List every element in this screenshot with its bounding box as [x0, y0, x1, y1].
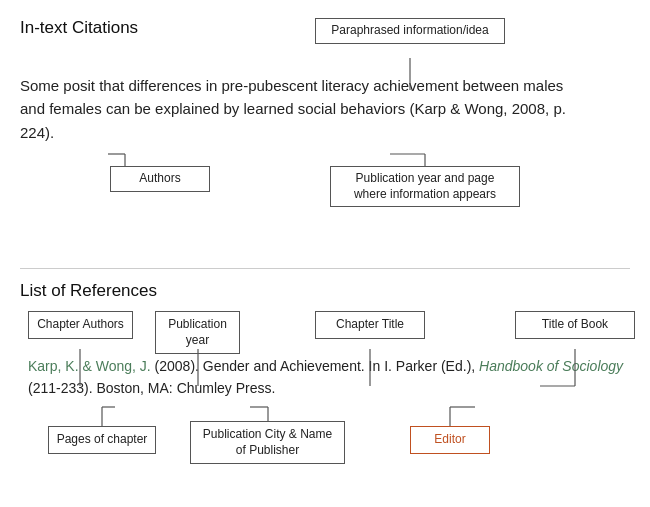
pub-city-annotation: Publication City & Name of Publisher — [190, 421, 345, 464]
editor-annotation: Editor — [410, 426, 490, 454]
paraphrased-annotation: Paraphrased information/idea — [315, 18, 505, 44]
refs-section: List of References Chapter Authors Publi… — [20, 281, 630, 501]
ref-middle: (2008). Gender and Achievement. In I. Pa… — [151, 358, 479, 374]
authors-annotation: Authors — [110, 166, 210, 192]
pub-year-page-annotation: Publication year and page where informat… — [330, 166, 520, 207]
ref-text: Karp, K. & Wong, J. (2008). Gender and A… — [28, 356, 630, 399]
pages-annotation: Pages of chapter — [48, 426, 156, 454]
chapter-title-annotation: Chapter Title — [315, 311, 425, 339]
intext-section: In-text Citations Paraphrased informatio… — [20, 18, 630, 238]
ref-book-title: Handbook of Sociology — [479, 358, 623, 374]
ref-authors: Karp, K. & Wong, J. — [28, 358, 151, 374]
intext-body-text: Some posit that differences in pre-pubes… — [20, 74, 580, 144]
divider — [20, 268, 630, 269]
refs-title: List of References — [20, 281, 630, 301]
chapter-authors-annotation: Chapter Authors — [28, 311, 133, 339]
title-of-book-annotation: Title of Book — [515, 311, 635, 339]
ref-end: (211-233). Boston, MA: Chumley Press. — [28, 380, 275, 396]
pub-year-annotation: Publication year — [155, 311, 240, 354]
